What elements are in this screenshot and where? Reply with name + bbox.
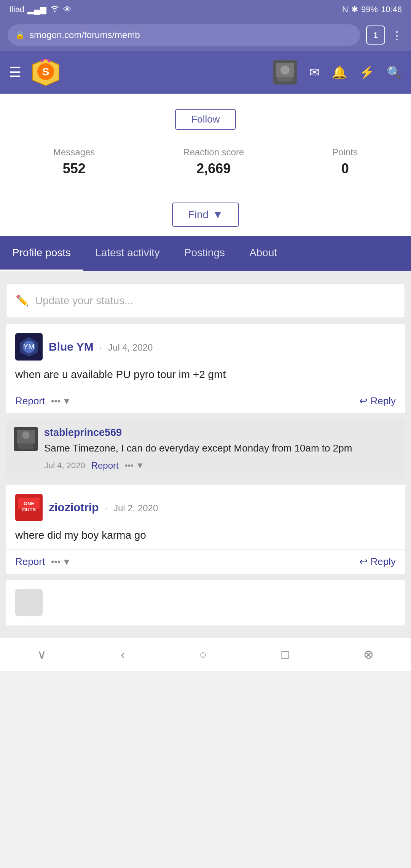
post-body: when are u available PU pyro tour im +2 … bbox=[6, 367, 405, 389]
hamburger-menu-button[interactable]: ☰ bbox=[9, 64, 21, 80]
reply-more-button[interactable]: ••• ▼ bbox=[125, 461, 144, 471]
browser-menu-button[interactable]: ⋮ bbox=[391, 29, 403, 42]
search-icon[interactable]: 🔍 bbox=[387, 65, 402, 80]
points-value: 0 bbox=[332, 161, 358, 177]
messages-stat: Messages 552 bbox=[53, 147, 95, 177]
points-stat: Points 0 bbox=[332, 147, 358, 177]
tab-count-button[interactable]: 1 bbox=[366, 26, 385, 45]
user-avatar[interactable] bbox=[273, 60, 297, 85]
post-actions: Report ••• ▼ ↩ Reply bbox=[6, 389, 405, 413]
reply-card: stableprince569 Same Timezone, I can do … bbox=[6, 419, 405, 479]
reply-report-button[interactable]: Report bbox=[91, 460, 119, 471]
rotate-button[interactable]: ⊗ bbox=[354, 644, 383, 665]
post-author-name-2[interactable]: zioziotrip bbox=[49, 501, 99, 514]
bluetooth-icon: ✱ bbox=[351, 5, 358, 14]
partial-post bbox=[6, 580, 405, 625]
find-section: Find ▼ bbox=[0, 193, 411, 236]
post-body-2: where did my boy karma go bbox=[6, 527, 405, 549]
back-arrow-icon: ‹ bbox=[121, 648, 125, 661]
wifi-icon bbox=[49, 5, 60, 14]
eye-icon: 👁 bbox=[63, 5, 72, 14]
reply-meta: Jul 4, 2020 Report ••• ▼ bbox=[44, 460, 397, 471]
profile-area: Follow bbox=[9, 109, 402, 130]
post-avatar[interactable]: YM bbox=[15, 333, 43, 361]
battery-label: 99% bbox=[361, 5, 378, 14]
notifications-icon[interactable]: 🔔 bbox=[332, 65, 347, 80]
tab-latest-activity[interactable]: Latest activity bbox=[83, 236, 172, 271]
url-text: smogon.com/forums/memb bbox=[29, 30, 140, 40]
stats-section: Follow Messages 552 Reaction score 2,669… bbox=[0, 94, 411, 193]
browser-bar: 🔒 smogon.com/forums/memb 1 ⋮ bbox=[0, 19, 411, 51]
tab-about[interactable]: About bbox=[237, 236, 289, 271]
reply-button[interactable]: ↩ Reply bbox=[359, 395, 396, 407]
reaction-label: Reaction score bbox=[183, 147, 244, 158]
status-placeholder: Update your status... bbox=[35, 295, 133, 307]
svg-text:ONE: ONE bbox=[24, 501, 35, 506]
reply-content: stableprince569 Same Timezone, I can do … bbox=[44, 427, 397, 471]
post-card: YM Blue YM · Jul 4, 2020 when are u avai… bbox=[6, 324, 405, 413]
stats-row: Messages 552 Reaction score 2,669 Points… bbox=[9, 139, 402, 184]
home-circle-icon: ○ bbox=[199, 648, 207, 661]
report-button[interactable]: Report bbox=[15, 395, 45, 407]
status-input[interactable]: ✏️ Update your status... bbox=[6, 283, 405, 318]
url-bar[interactable]: 🔒 smogon.com/forums/memb bbox=[8, 24, 360, 46]
signal-icon: ▂▄▆ bbox=[27, 5, 46, 14]
more-button[interactable]: ••• ▼ bbox=[51, 396, 71, 407]
svg-point-7 bbox=[280, 65, 290, 75]
tab-profile-posts[interactable]: Profile posts bbox=[0, 236, 83, 271]
post-date-value: Jul 4, 2020 bbox=[108, 342, 153, 353]
status-left: Iliad ▂▄▆ 👁 bbox=[9, 5, 72, 14]
lightning-icon[interactable]: ⚡ bbox=[359, 65, 374, 80]
reply-icon: ↩ bbox=[359, 395, 368, 407]
carrier-label: Iliad bbox=[9, 5, 24, 14]
post-author-name[interactable]: Blue YM bbox=[49, 340, 94, 353]
more-button-2[interactable]: ••• ▼ bbox=[51, 557, 71, 567]
svg-text:S: S bbox=[42, 66, 49, 78]
points-label: Points bbox=[332, 147, 358, 158]
report-button-2[interactable]: Report bbox=[15, 556, 45, 568]
find-chevron-icon: ▼ bbox=[212, 209, 223, 221]
status-right: N ✱ 99% 10:46 bbox=[342, 5, 402, 14]
reply-button-2[interactable]: ↩ Reply bbox=[359, 556, 396, 568]
bottom-nav: ∨ ‹ ○ □ ⊗ bbox=[0, 638, 411, 671]
home-button[interactable]: ○ bbox=[190, 644, 216, 665]
reply-text: Same Timezone, I can do everyday except … bbox=[44, 441, 397, 456]
post-header: YM Blue YM · Jul 4, 2020 bbox=[6, 324, 405, 367]
status-bar: Iliad ▂▄▆ 👁 N ✱ 99% 10:46 bbox=[0, 0, 411, 19]
partial-avatar bbox=[15, 589, 43, 616]
svg-point-15 bbox=[22, 431, 30, 439]
content-area: ✏️ Update your status... YM Blue YM · Ju… bbox=[0, 271, 411, 638]
square-icon: □ bbox=[281, 648, 288, 661]
post-author-info: Blue YM · Jul 4, 2020 bbox=[49, 340, 153, 353]
svg-text:YM: YM bbox=[23, 342, 35, 351]
rotate-icon: ⊗ bbox=[363, 648, 374, 661]
post-author-info-2: zioziotrip · Jul 2, 2020 bbox=[49, 501, 158, 514]
post-avatar-2[interactable]: ONE OUTS bbox=[15, 494, 43, 521]
svg-text:OUTS: OUTS bbox=[22, 507, 36, 512]
nfc-icon: N bbox=[342, 5, 348, 14]
nav-bar: ☰ S ✉ 🔔 ⚡ 🔍 bbox=[0, 51, 411, 94]
post-card-2: ONE OUTS zioziotrip · Jul 2, 2020 where … bbox=[6, 485, 405, 574]
messages-label: Messages bbox=[53, 147, 95, 158]
browser-back-button[interactable]: ‹ bbox=[112, 644, 134, 665]
back-button[interactable]: ∨ bbox=[28, 644, 55, 665]
action-left: Report ••• ▼ bbox=[15, 395, 71, 407]
recents-button[interactable]: □ bbox=[272, 644, 298, 665]
follow-button[interactable]: Follow bbox=[175, 109, 236, 130]
site-logo[interactable]: S bbox=[30, 57, 61, 88]
action-left-2: Report ••• ▼ bbox=[15, 556, 71, 568]
post-actions-2: Report ••• ▼ ↩ Reply bbox=[6, 549, 405, 574]
reply-avatar[interactable] bbox=[14, 427, 38, 451]
reply-date: Jul 4, 2020 bbox=[44, 461, 85, 471]
reaction-value: 2,669 bbox=[183, 161, 244, 177]
find-label: Find bbox=[188, 209, 209, 221]
reply-author[interactable]: stableprince569 bbox=[44, 427, 397, 439]
reply-icon-2: ↩ bbox=[359, 556, 368, 568]
mail-icon[interactable]: ✉ bbox=[309, 65, 320, 80]
post-date: · bbox=[100, 342, 102, 353]
more-chevron-icon: ▼ bbox=[62, 396, 71, 407]
pencil-icon: ✏️ bbox=[16, 294, 29, 307]
find-button[interactable]: Find ▼ bbox=[172, 203, 239, 227]
svg-rect-16 bbox=[18, 444, 33, 449]
tab-postings[interactable]: Postings bbox=[172, 236, 237, 271]
